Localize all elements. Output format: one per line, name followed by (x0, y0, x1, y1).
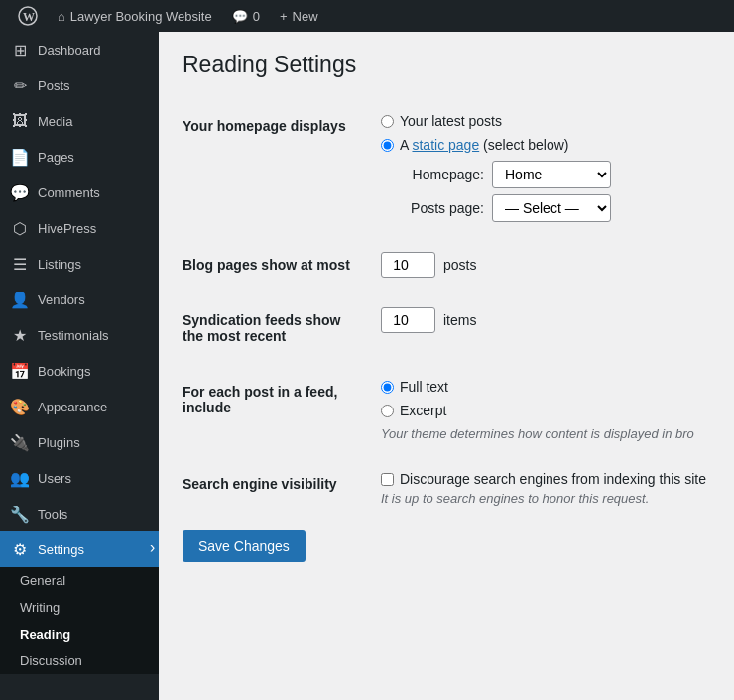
sidebar-item-pages[interactable]: 📄 Pages (0, 139, 159, 175)
syndication-feeds-input-row: items (381, 307, 710, 333)
homepage-displays-label: Your homepage displays (183, 98, 381, 237)
listings-icon: ☰ (10, 254, 30, 274)
site-name: Lawyer Booking Website (70, 9, 212, 24)
homepage-displays-field: Your latest posts A static page (select … (381, 98, 710, 237)
sidebar-label-users: Users (38, 471, 71, 486)
settings-submenu: General Writing Reading Discussion (0, 567, 159, 674)
static-page-option[interactable]: A static page (select below) (381, 137, 710, 153)
sidebar-item-testimonials[interactable]: ★ Testimonials (0, 317, 159, 353)
feed-include-description: Your theme determines how content is dis… (381, 426, 710, 441)
excerpt-option[interactable]: Excerpt (381, 403, 710, 418)
static-after: (select below) (483, 137, 568, 153)
syndication-feeds-row: Syndication feeds show the most recent i… (183, 292, 710, 364)
main-content: Reading Settings Your homepage displays … (159, 32, 734, 700)
home-icon: ⌂ (58, 9, 65, 24)
sidebar-item-listings[interactable]: ☰ Listings (0, 246, 159, 282)
submenu-writing[interactable]: Writing (0, 594, 159, 621)
full-text-radio[interactable] (381, 381, 394, 394)
sidebar-label-hivepress: HivePress (38, 221, 96, 236)
syndication-feeds-field: items (381, 292, 710, 364)
feed-include-field: Full text Excerpt Your theme determines … (381, 364, 710, 456)
full-text-option[interactable]: Full text (381, 379, 710, 395)
sidebar-item-bookings[interactable]: 📅 Bookings (0, 353, 159, 389)
sidebar-label-settings: Settings (38, 542, 84, 557)
top-bar: W ⌂ Lawyer Booking Website 💬 0 + New (0, 0, 734, 32)
sidebar-label-appearance: Appearance (38, 400, 107, 414)
appearance-icon: 🎨 (10, 397, 30, 416)
blog-pages-input[interactable] (381, 252, 435, 278)
save-changes-button[interactable]: Save Changes (183, 530, 306, 562)
blog-pages-input-row: posts (381, 252, 710, 278)
hivepress-icon: ⬡ (10, 218, 30, 238)
submenu-reading[interactable]: Reading (0, 621, 159, 647)
static-page-radio[interactable] (381, 139, 394, 152)
blog-pages-row: Blog pages show at most posts (183, 237, 710, 292)
sidebar-item-dashboard[interactable]: ⊞ Dashboard (0, 32, 159, 67)
feed-include-label: For each post in a feed, include (183, 364, 381, 456)
blog-pages-field: posts (381, 237, 710, 292)
posts-icon: ✏ (10, 75, 30, 95)
sidebar-item-appearance[interactable]: 🎨 Appearance (0, 389, 159, 424)
wp-logo-button[interactable]: W (8, 0, 48, 32)
comments-button[interactable]: 💬 0 (222, 0, 270, 32)
search-engine-label: Search engine visibility (183, 456, 381, 521)
syndication-feeds-input[interactable] (381, 307, 435, 333)
search-engine-row: Search engine visibility Discourage sear… (183, 456, 710, 521)
syndication-feeds-label: Syndication feeds show the most recent (183, 292, 381, 364)
submenu-discussion[interactable]: Discussion (0, 647, 159, 674)
comments-count: 0 (253, 9, 260, 24)
bookings-icon: 📅 (10, 361, 30, 381)
sidebar-item-settings[interactable]: ⚙ Settings (0, 531, 159, 567)
dashboard-icon: ⊞ (10, 40, 30, 59)
blog-pages-suffix: posts (443, 257, 476, 273)
page-title: Reading Settings (183, 52, 710, 78)
sidebar-item-hivepress[interactable]: ⬡ HivePress (0, 210, 159, 246)
site-name-button[interactable]: ⌂ Lawyer Booking Website (48, 0, 222, 32)
new-label: New (293, 9, 318, 24)
sidebar-item-media[interactable]: 🖼 Media (0, 103, 159, 139)
vendors-icon: 👤 (10, 290, 30, 309)
comment-icon: 💬 (232, 9, 248, 24)
plus-icon: + (280, 9, 288, 24)
submenu-general[interactable]: General (0, 567, 159, 594)
sidebar-item-posts[interactable]: ✏ Posts (0, 67, 159, 103)
sidebar-item-users[interactable]: 👥 Users (0, 460, 159, 496)
sidebar-label-plugins: Plugins (38, 435, 80, 450)
svg-text:W: W (23, 10, 35, 24)
homepage-displays-row: Your homepage displays Your latest posts… (183, 98, 710, 237)
users-icon: 👥 (10, 468, 30, 488)
latest-posts-label: Your latest posts (400, 113, 502, 129)
search-engine-checkbox[interactable] (381, 473, 394, 486)
settings-icon: ⚙ (10, 539, 30, 559)
settings-form: Your homepage displays Your latest posts… (183, 98, 710, 521)
new-content-button[interactable]: + New (270, 0, 328, 32)
homepage-select[interactable]: Home About Contact (492, 161, 611, 188)
excerpt-radio[interactable] (381, 405, 394, 417)
search-engine-checkbox-row[interactable]: Discourage search engines from indexing … (381, 471, 710, 487)
sidebar-label-posts: Posts (38, 78, 70, 93)
plugins-icon: 🔌 (10, 432, 30, 452)
submenu-reading-label: Reading (20, 627, 70, 642)
pages-icon: 📄 (10, 147, 30, 167)
static-page-link[interactable]: static page (412, 137, 479, 153)
submenu-discussion-label: Discussion (20, 653, 82, 668)
excerpt-label: Excerpt (400, 403, 446, 418)
sidebar-label-vendors: Vendors (38, 292, 85, 307)
latest-posts-option[interactable]: Your latest posts (381, 113, 710, 129)
posts-page-select-label: Posts page: (405, 200, 484, 216)
sidebar-label-comments: Comments (38, 185, 100, 200)
sidebar-item-vendors[interactable]: 👤 Vendors (0, 282, 159, 317)
posts-page-select-row: Posts page: — Select — Blog News (405, 194, 710, 222)
sidebar-item-comments[interactable]: 💬 Comments (0, 175, 159, 210)
sidebar-item-tools[interactable]: 🔧 Tools (0, 496, 159, 531)
sidebar-item-plugins[interactable]: 🔌 Plugins (0, 424, 159, 460)
latest-posts-radio[interactable] (381, 115, 394, 128)
posts-page-select[interactable]: — Select — Blog News (492, 194, 611, 222)
sidebar-label-pages: Pages (38, 150, 74, 165)
search-engine-checkbox-label: Discourage search engines from indexing … (400, 471, 706, 487)
homepage-select-row: Homepage: Home About Contact (405, 161, 710, 188)
sidebar-label-listings: Listings (38, 257, 81, 272)
tools-icon: 🔧 (10, 504, 30, 524)
comments-nav-icon: 💬 (10, 182, 30, 202)
feed-include-row: For each post in a feed, include Full te… (183, 364, 710, 456)
